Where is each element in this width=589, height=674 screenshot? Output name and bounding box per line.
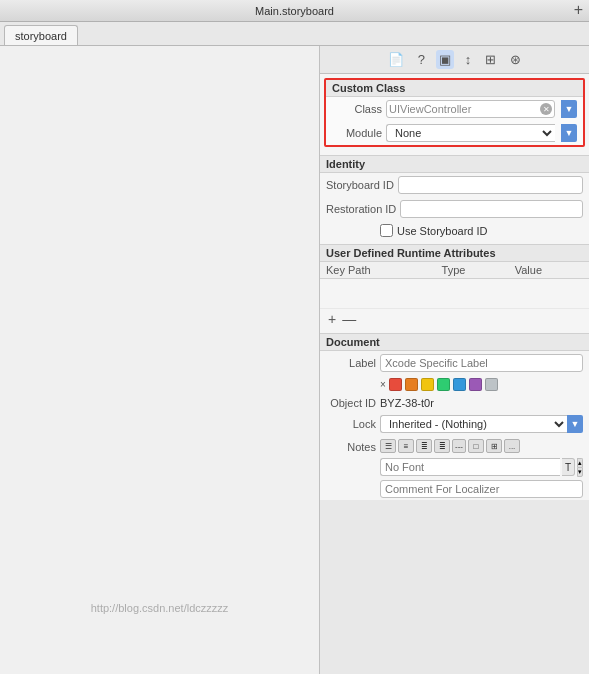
label-row: Label bbox=[320, 351, 589, 375]
font-stepper: ▴ ▾ bbox=[577, 458, 583, 476]
class-label: Class bbox=[332, 103, 382, 115]
lock-select[interactable]: Inherited - (Nothing) bbox=[380, 415, 567, 433]
lock-label: Lock bbox=[326, 418, 376, 430]
notes-row: Notes ☰ ≡ ≣ ≣ --- □ ⊞ ... bbox=[320, 436, 589, 456]
module-dropdown-button[interactable]: ▼ bbox=[561, 124, 577, 142]
table-cell bbox=[436, 279, 509, 309]
lock-dropdown-button[interactable]: ▼ bbox=[567, 415, 583, 433]
align-justify-button[interactable]: ≣ bbox=[434, 439, 450, 453]
color-swatch-red[interactable] bbox=[389, 378, 402, 391]
object-id-row: Object ID BYZ-38-t0r bbox=[320, 394, 589, 412]
user-defined-section: User Defined Runtime Attributes Key Path… bbox=[320, 244, 589, 309]
align-right-button[interactable]: ≣ bbox=[416, 439, 432, 453]
comment-row bbox=[320, 478, 589, 500]
class-input-wrapper: ✕ bbox=[386, 100, 555, 118]
table-button[interactable]: ⊞ bbox=[486, 439, 502, 453]
history-icon[interactable]: ⊛ bbox=[507, 50, 524, 69]
window-title: Main.storyboard bbox=[255, 5, 334, 17]
color-swatch-orange[interactable] bbox=[405, 378, 418, 391]
list-button[interactable]: □ bbox=[468, 439, 484, 453]
use-storyboard-id-row: Use Storyboard ID bbox=[320, 221, 589, 240]
col-key-path: Key Path bbox=[320, 262, 436, 279]
col-type: Type bbox=[436, 262, 509, 279]
class-input[interactable] bbox=[389, 103, 540, 115]
restoration-id-input[interactable] bbox=[400, 200, 583, 218]
align-left-button[interactable]: ☰ bbox=[380, 439, 396, 453]
align-center-button[interactable]: ≡ bbox=[398, 439, 414, 453]
color-swatch-blue[interactable] bbox=[453, 378, 466, 391]
add-attribute-button[interactable]: + bbox=[328, 312, 336, 326]
file-icon[interactable]: 📄 bbox=[385, 50, 407, 69]
storyboard-tab[interactable]: storyboard bbox=[4, 25, 78, 45]
storyboard-id-row: Storyboard ID bbox=[320, 173, 589, 197]
font-row: T ▴ ▾ bbox=[320, 456, 589, 478]
font-input[interactable] bbox=[380, 458, 560, 476]
lock-select-wrapper: Inherited - (Nothing) ▼ bbox=[380, 415, 583, 433]
col-value: Value bbox=[509, 262, 589, 279]
watermark-text: http://blog.csdn.net/ldczzzzz bbox=[91, 602, 229, 614]
notes-label: Notes bbox=[326, 439, 376, 453]
document-header: Document bbox=[320, 333, 589, 351]
custom-class-header: Custom Class bbox=[326, 80, 583, 97]
font-icon: T bbox=[562, 462, 574, 473]
table-row bbox=[320, 279, 589, 309]
identity-section: Identity Storyboard ID Restoration ID Us… bbox=[320, 155, 589, 240]
color-swatch-yellow[interactable] bbox=[421, 378, 434, 391]
lock-row: Lock Inherited - (Nothing) ▼ bbox=[320, 412, 589, 436]
restoration-id-label: Restoration ID bbox=[326, 203, 396, 215]
document-section: Document Label × Object ID BYZ-38-t0r bbox=[320, 333, 589, 500]
color-swatch-gray[interactable] bbox=[485, 378, 498, 391]
module-select[interactable]: None bbox=[386, 124, 555, 142]
class-row: Class ✕ ▼ bbox=[326, 97, 583, 121]
right-panel: 📄 ? ▣ ↕ ⊞ ⊛ Custom Class Class ✕ ▼ Modul… bbox=[320, 46, 589, 674]
more-button[interactable]: ... bbox=[504, 439, 520, 453]
storyboard-id-label: Storyboard ID bbox=[326, 179, 394, 191]
main-content: http://blog.csdn.net/ldczzzzz 📄 ? ▣ ↕ ⊞ … bbox=[0, 46, 589, 674]
label-input[interactable] bbox=[380, 354, 583, 372]
color-swatch-green[interactable] bbox=[437, 378, 450, 391]
left-panel: http://blog.csdn.net/ldczzzzz bbox=[0, 46, 320, 674]
add-tab-button[interactable]: + bbox=[574, 2, 583, 18]
identity-header: Identity bbox=[320, 155, 589, 173]
class-clear-button[interactable]: ✕ bbox=[540, 103, 552, 115]
bottom-area bbox=[320, 500, 589, 674]
use-storyboard-id-checkbox[interactable] bbox=[380, 224, 393, 237]
tab-label: storyboard bbox=[15, 30, 67, 42]
table-cell bbox=[320, 279, 436, 309]
comment-input[interactable] bbox=[380, 480, 583, 498]
table-cell bbox=[509, 279, 589, 309]
arrows-icon[interactable]: ↕ bbox=[462, 50, 475, 69]
inspector-toolbar: 📄 ? ▣ ↕ ⊞ ⊛ bbox=[320, 46, 589, 74]
class-dropdown-button[interactable]: ▼ bbox=[561, 100, 577, 118]
title-bar: Main.storyboard + bbox=[0, 0, 589, 22]
help-icon[interactable]: ? bbox=[415, 50, 428, 69]
attributes-table: Key Path Type Value bbox=[320, 262, 589, 309]
grid-icon[interactable]: ⊞ bbox=[482, 50, 499, 69]
add-remove-row: + — bbox=[320, 309, 589, 329]
font-decrement-button[interactable]: ▾ bbox=[577, 467, 583, 477]
restoration-id-row: Restoration ID bbox=[320, 197, 589, 221]
notes-toolbar: ☰ ≡ ≣ ≣ --- □ ⊞ ... bbox=[380, 439, 520, 453]
identity-icon[interactable]: ▣ bbox=[436, 50, 454, 69]
label-field-label: Label bbox=[326, 357, 376, 369]
font-increment-button[interactable]: ▴ bbox=[577, 458, 583, 467]
module-label: Module bbox=[332, 127, 382, 139]
object-id-label: Object ID bbox=[326, 397, 376, 409]
module-row: Module None ▼ bbox=[326, 121, 583, 145]
remove-attribute-button[interactable]: — bbox=[342, 312, 356, 326]
user-defined-header: User Defined Runtime Attributes bbox=[320, 244, 589, 262]
tab-bar: storyboard bbox=[0, 22, 589, 46]
use-storyboard-id-label: Use Storyboard ID bbox=[397, 225, 487, 237]
object-id-value: BYZ-38-t0r bbox=[380, 397, 434, 409]
color-clear-button[interactable]: × bbox=[380, 379, 386, 390]
storyboard-id-input[interactable] bbox=[398, 176, 583, 194]
color-swatch-purple[interactable] bbox=[469, 378, 482, 391]
custom-class-section: Custom Class Class ✕ ▼ Module None ▼ bbox=[324, 78, 585, 147]
color-row: × bbox=[320, 375, 589, 394]
separator-button[interactable]: --- bbox=[452, 439, 466, 453]
